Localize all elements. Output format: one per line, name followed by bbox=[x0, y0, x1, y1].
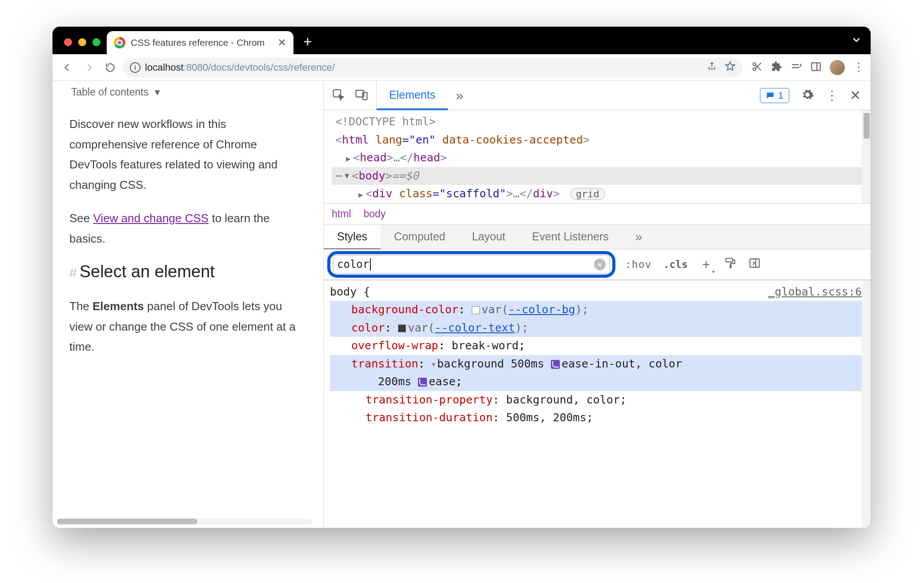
body-node-selected[interactable]: ⋯ ▼ <body> == $0 bbox=[332, 167, 871, 185]
filter-value: color bbox=[337, 258, 369, 271]
new-style-rule-icon[interactable]: ＋▾ bbox=[699, 255, 713, 273]
media-icon[interactable] bbox=[791, 61, 802, 74]
tabs-overflow-icon[interactable]: » bbox=[448, 81, 471, 110]
easing-swatch-icon[interactable] bbox=[418, 378, 427, 387]
styles-filter-input[interactable]: color ✕ bbox=[333, 255, 610, 274]
decl-transition[interactable]: transition: ▼background 500ms ease-in-ou… bbox=[330, 355, 862, 373]
browser-window: CSS features reference - Chrom ✕ + i loc… bbox=[52, 27, 871, 528]
ellipsis-icon[interactable]: ⋯ bbox=[335, 167, 345, 185]
maximize-window-button[interactable] bbox=[92, 38, 100, 46]
doctype-node: <!DOCTYPE html> bbox=[335, 115, 436, 128]
browser-tab[interactable]: CSS features reference - Chrom ✕ bbox=[107, 31, 293, 54]
dom-breadcrumb: html body bbox=[324, 203, 871, 224]
page-content: Table of contents ▾ Discover new workflo… bbox=[52, 81, 324, 528]
tab-strip: CSS features reference - Chrom ✕ + bbox=[52, 27, 871, 54]
rule-source-link[interactable]: _global.scss:6 bbox=[768, 283, 862, 301]
profile-avatar[interactable] bbox=[830, 60, 845, 75]
hov-toggle[interactable]: :hov bbox=[625, 259, 651, 270]
expand-triangle-icon[interactable]: ▶ bbox=[346, 154, 353, 163]
anchor-hash-icon[interactable]: # bbox=[69, 265, 77, 280]
back-button[interactable] bbox=[59, 59, 76, 76]
address-bar[interactable]: i localhost:8080/docs/devtools/css/refer… bbox=[123, 58, 743, 77]
div-scaffold-node[interactable]: ▶<div class="scaffold">…</div> grid bbox=[332, 185, 871, 203]
color-swatch-icon[interactable] bbox=[398, 324, 406, 332]
horizontal-scrollbar[interactable] bbox=[57, 519, 313, 524]
window-controls bbox=[60, 38, 107, 54]
minimize-window-button[interactable] bbox=[78, 38, 86, 46]
styles-scrollbar[interactable] bbox=[862, 280, 871, 528]
text-caret bbox=[370, 258, 371, 271]
grid-badge[interactable]: grid bbox=[570, 188, 605, 200]
expand-triangle-icon[interactable]: ▶ bbox=[358, 190, 366, 199]
easing-swatch-icon[interactable] bbox=[551, 360, 560, 369]
styles-subtabs: Styles Computed Layout Event Listeners » bbox=[324, 224, 871, 249]
toc-label: Table of contents bbox=[71, 86, 149, 98]
color-swatch-icon[interactable] bbox=[472, 306, 480, 314]
expand-shorthand-icon[interactable]: ▼ bbox=[432, 361, 435, 368]
filter-highlight: color ✕ bbox=[327, 251, 615, 278]
subtab-layout[interactable]: Layout bbox=[458, 225, 518, 249]
html-node[interactable]: <html lang="en" data-cookies-accepted> bbox=[332, 131, 871, 149]
elements-paragraph: The Elements panel of DevTools lets you … bbox=[69, 296, 305, 357]
tab-elements[interactable]: Elements bbox=[377, 81, 448, 110]
subtabs-overflow-icon[interactable]: » bbox=[622, 225, 656, 249]
browser-toolbar: i localhost:8080/docs/devtools/css/refer… bbox=[52, 54, 871, 81]
site-info-icon[interactable]: i bbox=[130, 62, 141, 73]
see-paragraph: See View and change CSS to learn the bas… bbox=[69, 208, 305, 249]
bookmark-icon[interactable] bbox=[725, 61, 735, 74]
device-toolbar-icon[interactable] bbox=[355, 88, 368, 103]
computed-sidebar-icon[interactable] bbox=[748, 257, 761, 272]
devtools-menu-icon[interactable]: ⋮ bbox=[826, 88, 838, 103]
reload-button[interactable] bbox=[101, 59, 119, 76]
decl-background-color[interactable]: background-color: var(--color-bg); bbox=[330, 301, 862, 319]
decl-overflow-wrap[interactable]: overflow-wrap: break-word; bbox=[330, 337, 862, 355]
dom-tree[interactable]: <!DOCTYPE html> <html lang="en" data-coo… bbox=[324, 110, 871, 203]
css-rules[interactable]: body { _global.scss:6 background-color: … bbox=[324, 280, 871, 427]
browser-menu-icon[interactable]: ⋮ bbox=[853, 60, 864, 74]
decl-transition-duration[interactable]: transition-duration: 500ms, 200ms; bbox=[330, 409, 862, 427]
clear-filter-icon[interactable]: ✕ bbox=[594, 259, 606, 270]
paint-format-icon[interactable] bbox=[724, 257, 737, 272]
svg-rect-6 bbox=[726, 259, 732, 262]
cls-toggle[interactable]: .cls bbox=[663, 259, 687, 270]
section-heading: #Select an element bbox=[69, 262, 305, 281]
url-host: localhost:8080/docs/devtools/css/referen… bbox=[145, 62, 335, 73]
subtab-styles[interactable]: Styles bbox=[324, 225, 381, 249]
crumb-body[interactable]: body bbox=[363, 208, 386, 220]
tab-title: CSS features reference - Chrom bbox=[131, 37, 265, 48]
toc-toggle[interactable]: Table of contents ▾ bbox=[71, 86, 305, 98]
close-window-button[interactable] bbox=[64, 38, 72, 46]
devtools-panel: Elements » 1 ⋮ ✕ <!DOCTYPE html> bbox=[324, 81, 871, 528]
console-messages-badge[interactable]: 1 bbox=[760, 88, 789, 103]
subtab-computed[interactable]: Computed bbox=[381, 225, 458, 249]
content-area: Table of contents ▾ Discover new workflo… bbox=[52, 81, 871, 528]
forward-button[interactable] bbox=[80, 59, 98, 76]
collapse-triangle-icon[interactable]: ▼ bbox=[345, 170, 352, 182]
rule-selector[interactable]: body { bbox=[330, 283, 370, 301]
share-icon[interactable] bbox=[707, 61, 717, 74]
dom-scrollbar[interactable] bbox=[862, 110, 871, 203]
settings-gear-icon[interactable] bbox=[801, 88, 814, 103]
decl-color[interactable]: color: var(--color-text); bbox=[330, 319, 862, 337]
styles-filter-row: color ✕ :hov .cls ＋▾ bbox=[324, 249, 871, 280]
subtab-event-listeners[interactable]: Event Listeners bbox=[519, 225, 622, 249]
tabs-dropdown-icon[interactable] bbox=[851, 35, 871, 54]
extensions-icon[interactable] bbox=[771, 61, 783, 74]
decl-transition-line2[interactable]: 200ms ease; bbox=[330, 373, 862, 391]
intro-paragraph: Discover new workflows in this comprehen… bbox=[69, 114, 305, 195]
favicon-chrome-icon bbox=[114, 37, 125, 48]
new-tab-button[interactable]: + bbox=[293, 34, 322, 54]
view-change-css-link[interactable]: View and change CSS bbox=[93, 212, 209, 225]
devtools-tabstrip: Elements » 1 ⋮ ✕ bbox=[324, 81, 871, 110]
svg-rect-2 bbox=[812, 63, 820, 70]
scissors-icon[interactable] bbox=[751, 61, 763, 74]
close-tab-icon[interactable]: ✕ bbox=[277, 36, 286, 49]
inspect-element-icon[interactable] bbox=[332, 88, 345, 103]
close-devtools-icon[interactable]: ✕ bbox=[850, 88, 861, 103]
chevron-down-icon: ▾ bbox=[155, 86, 160, 98]
crumb-html[interactable]: html bbox=[332, 208, 351, 220]
head-node[interactable]: ▶<head>…</head> bbox=[332, 149, 871, 167]
decl-transition-property[interactable]: transition-property: background, color; bbox=[330, 391, 862, 409]
side-panel-icon[interactable] bbox=[810, 61, 822, 74]
